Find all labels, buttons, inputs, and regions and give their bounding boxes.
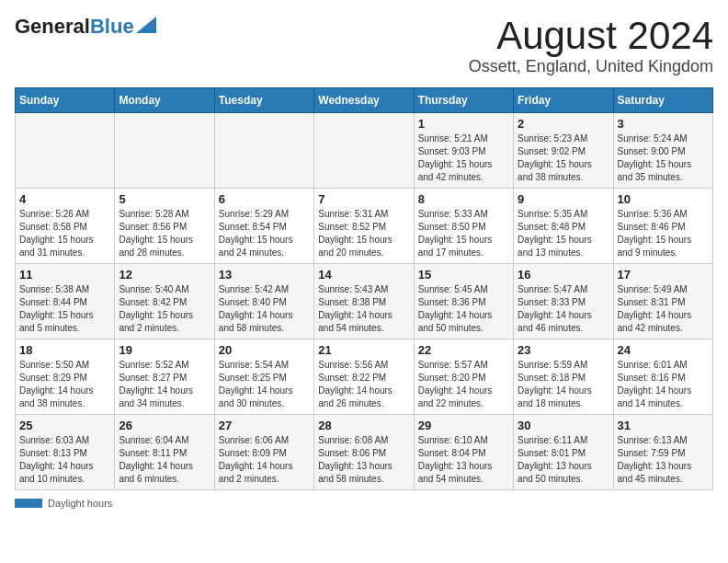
calendar-cell: 20Sunrise: 5:54 AM Sunset: 8:25 PM Dayli… — [214, 339, 313, 415]
day-info: Sunrise: 5:45 AM Sunset: 8:36 PM Dayligh… — [418, 283, 509, 335]
calendar-cell: 3Sunrise: 5:24 AM Sunset: 9:00 PM Daylig… — [613, 113, 712, 189]
calendar-header-thursday: Thursday — [414, 88, 513, 113]
day-number: 27 — [219, 419, 310, 432]
footer-note: Daylight hours — [15, 498, 713, 509]
logo-general: General — [15, 15, 90, 39]
calendar-cell: 11Sunrise: 5:38 AM Sunset: 8:44 PM Dayli… — [16, 264, 115, 339]
calendar-cell — [314, 113, 414, 189]
calendar-cell: 13Sunrise: 5:42 AM Sunset: 8:40 PM Dayli… — [214, 264, 313, 339]
day-info: Sunrise: 5:57 AM Sunset: 8:20 PM Dayligh… — [418, 359, 509, 410]
calendar-cell: 21Sunrise: 5:56 AM Sunset: 8:22 PM Dayli… — [314, 339, 414, 415]
day-info: Sunrise: 5:24 AM Sunset: 9:00 PM Dayligh… — [618, 132, 709, 184]
day-info: Sunrise: 5:43 AM Sunset: 8:38 PM Dayligh… — [318, 283, 409, 335]
day-number: 12 — [119, 268, 210, 282]
page-title: August 2024 — [469, 15, 713, 57]
calendar-cell: 24Sunrise: 6:01 AM Sunset: 8:16 PM Dayli… — [613, 339, 712, 415]
day-number: 30 — [518, 419, 609, 432]
logo-blue: Blue — [90, 15, 134, 39]
day-number: 6 — [219, 192, 310, 206]
calendar-header-row: SundayMondayTuesdayWednesdayThursdayFrid… — [16, 88, 713, 113]
day-info: Sunrise: 5:59 AM Sunset: 8:18 PM Dayligh… — [518, 359, 609, 410]
calendar-cell: 29Sunrise: 6:10 AM Sunset: 8:04 PM Dayli… — [414, 415, 513, 490]
calendar-cell: 12Sunrise: 5:40 AM Sunset: 8:42 PM Dayli… — [115, 264, 214, 339]
day-info: Sunrise: 5:28 AM Sunset: 8:56 PM Dayligh… — [119, 208, 210, 259]
day-number: 4 — [19, 192, 110, 206]
day-number: 24 — [618, 343, 709, 357]
calendar-cell: 17Sunrise: 5:49 AM Sunset: 8:31 PM Dayli… — [613, 264, 712, 339]
day-info: Sunrise: 5:49 AM Sunset: 8:31 PM Dayligh… — [618, 283, 709, 335]
daylight-bar — [15, 499, 42, 508]
day-number: 2 — [518, 117, 609, 131]
day-number: 23 — [518, 343, 609, 357]
calendar-cell: 25Sunrise: 6:03 AM Sunset: 8:13 PM Dayli… — [16, 415, 115, 490]
day-number: 18 — [19, 343, 110, 357]
calendar-cell: 31Sunrise: 6:13 AM Sunset: 7:59 PM Dayli… — [613, 415, 712, 490]
calendar-cell: 2Sunrise: 5:23 AM Sunset: 9:02 PM Daylig… — [514, 113, 613, 189]
day-info: Sunrise: 5:54 AM Sunset: 8:25 PM Dayligh… — [219, 359, 310, 410]
day-info: Sunrise: 5:36 AM Sunset: 8:46 PM Dayligh… — [618, 208, 709, 259]
day-number: 3 — [618, 117, 709, 131]
day-info: Sunrise: 5:50 AM Sunset: 8:29 PM Dayligh… — [19, 359, 110, 410]
day-number: 16 — [518, 268, 609, 282]
day-info: Sunrise: 6:08 AM Sunset: 8:06 PM Dayligh… — [318, 434, 409, 486]
calendar-header-friday: Friday — [514, 88, 613, 113]
day-info: Sunrise: 5:21 AM Sunset: 9:03 PM Dayligh… — [418, 132, 509, 184]
logo-arrow-icon — [136, 17, 156, 33]
day-number: 17 — [618, 268, 709, 282]
calendar-cell: 8Sunrise: 5:33 AM Sunset: 8:50 PM Daylig… — [414, 189, 513, 264]
calendar-cell: 18Sunrise: 5:50 AM Sunset: 8:29 PM Dayli… — [16, 339, 115, 415]
day-info: Sunrise: 5:52 AM Sunset: 8:27 PM Dayligh… — [119, 359, 210, 410]
calendar-table: SundayMondayTuesdayWednesdayThursdayFrid… — [15, 87, 713, 490]
day-info: Sunrise: 5:33 AM Sunset: 8:50 PM Dayligh… — [418, 208, 509, 259]
calendar-header-saturday: Saturday — [613, 88, 712, 113]
day-number: 11 — [19, 268, 110, 282]
calendar-cell: 22Sunrise: 5:57 AM Sunset: 8:20 PM Dayli… — [414, 339, 513, 415]
day-info: Sunrise: 5:38 AM Sunset: 8:44 PM Dayligh… — [19, 283, 110, 335]
day-info: Sunrise: 5:23 AM Sunset: 9:02 PM Dayligh… — [518, 132, 609, 184]
day-info: Sunrise: 6:13 AM Sunset: 7:59 PM Dayligh… — [618, 434, 709, 486]
calendar-week-5: 25Sunrise: 6:03 AM Sunset: 8:13 PM Dayli… — [16, 415, 713, 490]
day-number: 26 — [119, 419, 210, 432]
page-subtitle: Ossett, England, United Kingdom — [469, 57, 713, 76]
day-info: Sunrise: 6:11 AM Sunset: 8:01 PM Dayligh… — [518, 434, 609, 486]
calendar-header-sunday: Sunday — [16, 88, 115, 113]
calendar-cell: 4Sunrise: 5:26 AM Sunset: 8:58 PM Daylig… — [16, 189, 115, 264]
footer-label: Daylight hours — [48, 498, 112, 509]
calendar-cell: 9Sunrise: 5:35 AM Sunset: 8:48 PM Daylig… — [514, 189, 613, 264]
day-number: 19 — [119, 343, 210, 357]
calendar-cell: 28Sunrise: 6:08 AM Sunset: 8:06 PM Dayli… — [314, 415, 414, 490]
day-info: Sunrise: 6:04 AM Sunset: 8:11 PM Dayligh… — [119, 434, 210, 486]
day-number: 22 — [418, 343, 509, 357]
day-number: 8 — [418, 192, 509, 206]
day-info: Sunrise: 6:10 AM Sunset: 8:04 PM Dayligh… — [418, 434, 509, 486]
day-number: 13 — [219, 268, 310, 282]
day-number: 15 — [418, 268, 509, 282]
day-info: Sunrise: 5:56 AM Sunset: 8:22 PM Dayligh… — [318, 359, 409, 410]
calendar-cell: 1Sunrise: 5:21 AM Sunset: 9:03 PM Daylig… — [414, 113, 513, 189]
day-info: Sunrise: 6:01 AM Sunset: 8:16 PM Dayligh… — [618, 359, 709, 410]
calendar-cell: 19Sunrise: 5:52 AM Sunset: 8:27 PM Dayli… — [115, 339, 214, 415]
day-info: Sunrise: 5:29 AM Sunset: 8:54 PM Dayligh… — [219, 208, 310, 259]
calendar-cell — [115, 113, 214, 189]
day-info: Sunrise: 6:06 AM Sunset: 8:09 PM Dayligh… — [219, 434, 310, 486]
calendar-header-tuesday: Tuesday — [214, 88, 313, 113]
day-number: 7 — [318, 192, 409, 206]
calendar-cell: 27Sunrise: 6:06 AM Sunset: 8:09 PM Dayli… — [214, 415, 313, 490]
day-number: 10 — [618, 192, 709, 206]
calendar-cell: 5Sunrise: 5:28 AM Sunset: 8:56 PM Daylig… — [115, 189, 214, 264]
calendar-week-3: 11Sunrise: 5:38 AM Sunset: 8:44 PM Dayli… — [16, 264, 713, 339]
calendar-cell: 23Sunrise: 5:59 AM Sunset: 8:18 PM Dayli… — [514, 339, 613, 415]
calendar-cell: 26Sunrise: 6:04 AM Sunset: 8:11 PM Dayli… — [115, 415, 214, 490]
header: General Blue August 2024 Ossett, England… — [15, 15, 713, 76]
calendar-cell — [16, 113, 115, 189]
calendar-week-2: 4Sunrise: 5:26 AM Sunset: 8:58 PM Daylig… — [16, 189, 713, 264]
day-info: Sunrise: 6:03 AM Sunset: 8:13 PM Dayligh… — [19, 434, 110, 486]
day-info: Sunrise: 5:47 AM Sunset: 8:33 PM Dayligh… — [518, 283, 609, 335]
day-number: 5 — [119, 192, 210, 206]
calendar-cell: 15Sunrise: 5:45 AM Sunset: 8:36 PM Dayli… — [414, 264, 513, 339]
calendar-header-wednesday: Wednesday — [314, 88, 414, 113]
day-number: 25 — [19, 419, 110, 432]
day-info: Sunrise: 5:42 AM Sunset: 8:40 PM Dayligh… — [219, 283, 310, 335]
day-info: Sunrise: 5:31 AM Sunset: 8:52 PM Dayligh… — [318, 208, 409, 259]
calendar-week-4: 18Sunrise: 5:50 AM Sunset: 8:29 PM Dayli… — [16, 339, 713, 415]
